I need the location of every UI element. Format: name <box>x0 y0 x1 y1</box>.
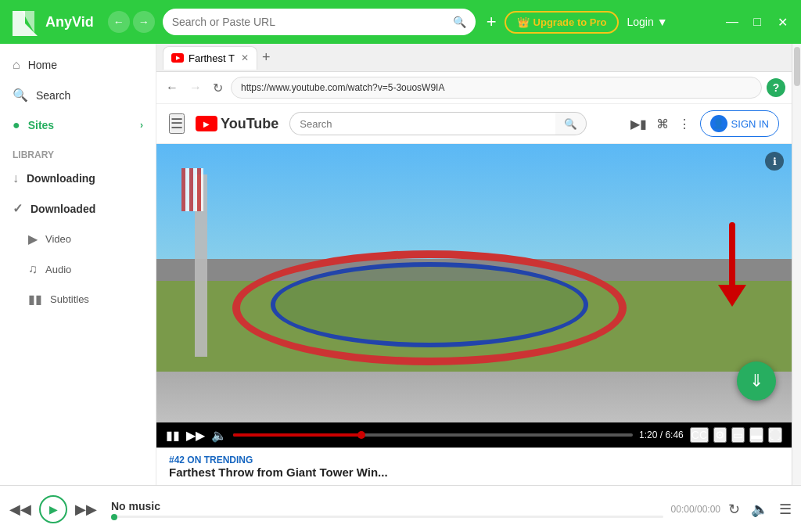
arrow-head <box>718 285 746 307</box>
browser-refresh-button[interactable]: ↻ <box>210 79 226 97</box>
player-progress-bar[interactable] <box>111 516 663 518</box>
video-time: 1:20 / 6:46 <box>639 430 684 440</box>
browser-back-button[interactable]: ← <box>163 79 181 96</box>
sidebar-item-downloading[interactable]: ↓ Downloading <box>0 164 156 193</box>
download-arrow <box>718 222 746 307</box>
search-icon: 🔍 <box>13 88 28 102</box>
play-icon: ▶ <box>28 232 38 246</box>
sidebar-item-downloaded[interactable]: ✓ Downloaded <box>0 193 156 224</box>
scrollbar-thumb[interactable] <box>794 47 800 86</box>
fullscreen-button[interactable]: ⛶ <box>768 427 782 443</box>
miniplayer-button[interactable]: ▭ <box>731 427 745 443</box>
video-info-button[interactable]: ℹ <box>765 152 784 171</box>
browser-tab[interactable]: Farthest T ✕ <box>163 46 257 70</box>
player-music-info: No music <box>105 500 663 518</box>
video-info: #42 ON TRENDING Farthest Throw from Gian… <box>156 448 792 485</box>
player-time-display: 00:00/00:00 <box>671 504 720 515</box>
skip-button[interactable]: ▶▶ <box>186 428 205 443</box>
volume-button[interactable]: 🔈 <box>211 428 227 443</box>
maximize-button[interactable]: □ <box>748 13 767 31</box>
player-next-button[interactable]: ▶▶ <box>75 501 97 518</box>
browser-forward-button[interactable]: → <box>186 79 205 96</box>
youtube-video-camera-button[interactable]: ▶▮ <box>630 117 647 131</box>
music-icon: ♫ <box>28 262 38 276</box>
sidebar-item-search[interactable]: 🔍 Search <box>0 80 156 110</box>
browser-area: Farthest T ✕ + ← → ↻ ? ☰ YouTube <box>156 44 792 485</box>
chevron-down-icon: ▼ <box>657 16 668 28</box>
sign-in-avatar: 👤 <box>710 115 727 132</box>
bottom-player-bar: ◀◀ ▶ ▶▶ No music 00:00/00:00 ↻ 🔈 ☰ <box>0 485 801 532</box>
url-field[interactable] <box>231 77 762 99</box>
pause-button[interactable]: ▮▮ <box>166 428 180 443</box>
search-input[interactable] <box>172 16 447 28</box>
player-volume-button[interactable]: 🔈 <box>751 501 768 518</box>
youtube-content: ☰ YouTube 🔍 ▶▮ ⌘ ⋮ 👤 SIGN IN <box>156 104 792 485</box>
youtube-header: ☰ YouTube 🔍 ▶▮ ⌘ ⋮ 👤 SIGN IN <box>156 104 792 144</box>
player-progress-dot <box>111 514 117 520</box>
scrollbar-track[interactable] <box>792 44 801 485</box>
video-progress-bar[interactable] <box>233 433 633 437</box>
sidebar-item-subtitles[interactable]: ▮▮ Subtitles <box>0 284 156 315</box>
new-tab-button[interactable]: + <box>262 49 271 66</box>
download-fab-button[interactable]: ⇓ <box>737 361 776 401</box>
sign-in-button[interactable]: 👤 SIGN IN <box>700 110 779 137</box>
progress-fill <box>233 433 361 437</box>
home-icon: ⌂ <box>13 58 20 72</box>
window-controls: — □ ✕ <box>723 13 792 31</box>
player-playlist-button[interactable]: ☰ <box>779 501 792 518</box>
youtube-logo-icon <box>196 116 217 131</box>
tab-bar: Farthest T ✕ + <box>156 44 792 72</box>
youtube-menu-button[interactable]: ☰ <box>169 113 185 134</box>
sidebar-item-audio[interactable]: ♫ Audio <box>0 254 156 284</box>
upgrade-button[interactable]: 👑 Upgrade to Pro <box>505 11 620 34</box>
trending-label: #42 ON TRENDING <box>169 455 779 466</box>
sidebar-item-sites[interactable]: ● Sites › <box>0 110 156 140</box>
arrow-shaft <box>729 222 735 285</box>
add-tab-button[interactable]: + <box>487 12 497 32</box>
main-layout: ⌂ Home 🔍 Search ● Sites › Library ↓ Down… <box>0 44 801 485</box>
tab-title: Farthest T <box>189 52 235 64</box>
video-controls: ▮▮ ▶▶ 🔈 1:20 / 6:46 CC ⚙ ▭ <box>156 422 792 448</box>
tab-close-button[interactable]: ✕ <box>241 52 249 63</box>
globe-icon: ● <box>13 118 20 132</box>
settings-button[interactable]: ⚙ <box>713 427 727 443</box>
app-logo <box>9 8 38 36</box>
youtube-logo: YouTube <box>196 116 278 132</box>
search-bar[interactable]: 🔍 <box>163 9 476 35</box>
youtube-search-input[interactable] <box>289 112 555 135</box>
sidebar-item-video[interactable]: ▶ Video <box>0 224 156 254</box>
track-inner-ring <box>271 262 588 347</box>
theater-button[interactable]: ▬ <box>749 427 763 443</box>
sidebar: ⌂ Home 🔍 Search ● Sites › Library ↓ Down… <box>0 44 156 485</box>
sidebar-item-home[interactable]: ⌂ Home <box>0 50 156 80</box>
youtube-favicon <box>171 53 184 63</box>
back-button[interactable]: ← <box>108 11 130 33</box>
address-bar: ← → ↻ ? <box>156 72 792 104</box>
close-button[interactable]: ✕ <box>773 13 792 31</box>
player-track-name: No music <box>111 500 663 512</box>
player-play-button[interactable]: ▶ <box>39 495 67 523</box>
forward-button[interactable]: → <box>133 11 155 33</box>
login-button[interactable]: Login ▼ <box>627 16 667 28</box>
youtube-logo-text: YouTube <box>221 116 278 132</box>
progress-thumb <box>357 431 365 439</box>
player-repeat-button[interactable]: ↻ <box>728 501 740 518</box>
chevron-right-icon: › <box>140 120 143 131</box>
youtube-grid-button[interactable]: ⌘ <box>656 117 669 131</box>
youtube-search-bar[interactable]: 🔍 <box>289 112 587 135</box>
video-player-container: ℹ ⇓ ▮▮ ▶▶ 🔈 <box>156 144 792 448</box>
youtube-search-button[interactable]: 🔍 <box>555 112 587 135</box>
minimize-button[interactable]: — <box>723 13 742 31</box>
crown-icon: 👑 <box>517 16 530 28</box>
search-icon: 🔍 <box>453 16 466 28</box>
download-fab-icon: ⇓ <box>749 371 763 391</box>
video-controls-right: CC ⚙ ▭ ▬ ⛶ <box>690 427 782 443</box>
help-button[interactable]: ? <box>767 78 785 97</box>
captions-button[interactable]: CC <box>690 427 709 443</box>
library-section-title: Library <box>0 140 156 164</box>
youtube-more-button[interactable]: ⋮ <box>678 117 691 131</box>
player-icons: ↻ 🔈 ☰ <box>728 501 792 518</box>
download-icon: ↓ <box>13 171 19 185</box>
player-prev-button[interactable]: ◀◀ <box>9 501 31 518</box>
nav-arrows: ← → <box>108 11 155 33</box>
